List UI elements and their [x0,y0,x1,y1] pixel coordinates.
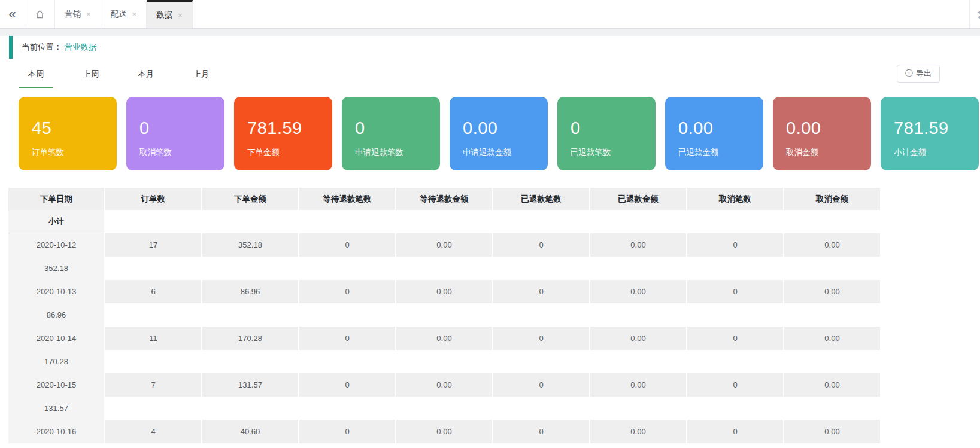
table-cell: 小计 [8,210,104,233]
table-cell [590,397,686,420]
export-button[interactable]: ⓘ 导出 [897,65,940,83]
period-tab[interactable]: 上周 [74,59,108,87]
table-cell: 11 [105,327,201,350]
table-cell: 352.18 [8,257,104,280]
table-cell [396,210,492,233]
table-cell [299,257,395,280]
table-cell: 6 [105,280,201,303]
page-background-band [0,29,980,36]
export-button-label: 导出 [916,68,932,79]
window-tab-label: 营销 [65,9,81,20]
breadcrumb-link-business-data[interactable]: 营业数据 [65,42,97,53]
home-icon [35,10,45,19]
table-cell: 170.28 [202,327,298,350]
window-tab[interactable]: 营销× [55,0,101,28]
table-cell [202,303,298,327]
window-tab[interactable]: 数据× [147,0,193,28]
table-column-header: 下单金额 [202,188,298,210]
breadcrumb-label: 当前位置： [22,42,62,53]
stat-card-label: 申请退款笔数 [355,147,440,158]
breadcrumb: 当前位置： 营业数据 [0,36,980,59]
stat-card: 0已退款笔数 [557,97,656,170]
table-cell [105,303,201,327]
stat-card: 0申请退款笔数 [342,97,440,170]
stat-card-value: 0.00 [786,118,871,138]
stat-card: 0.00已退款金额 [665,97,763,170]
period-tab[interactable]: 本周 [19,59,53,88]
table-cell: 0 [687,280,783,303]
table-cell [590,303,686,327]
table-cell: 0.00 [396,280,492,303]
table-cell: 0 [493,233,589,257]
stat-card: 0取消笔数 [126,97,224,170]
table-cell: 2020-10-13 [8,280,104,303]
window-tabs: 营销×配送×数据× [55,0,193,28]
table-column-header: 等待退款金额 [396,188,492,210]
table-cell [202,210,298,233]
breadcrumb-accent-bar [9,36,13,59]
close-icon[interactable]: × [132,10,137,19]
stat-card-label: 取消金额 [786,147,871,158]
period-tabs: 本周上周本月上月 [19,59,239,88]
period-tab[interactable]: 上月 [184,59,218,87]
table-cell: 0.00 [784,373,880,397]
close-icon[interactable]: × [178,11,183,20]
table-cell [202,257,298,280]
table-cell: 2020-10-14 [8,327,104,350]
export-circle-icon: ⓘ [905,68,913,79]
table-column-header: 订单数 [105,188,201,210]
table-cell [590,257,686,280]
table-cell [493,210,589,233]
table-column-header: 取消金额 [784,188,880,210]
stat-card-value: 0 [571,118,656,138]
table-cell: 0.00 [590,327,686,350]
table-cell [784,303,880,327]
table-cell: 0 [687,327,783,350]
table-cell: 0.00 [784,420,880,443]
table-cell: 0.00 [590,420,686,443]
table-column: 下单金额352.1886.96170.28131.5740.60 [202,188,298,443]
stat-card-value: 0.00 [678,118,763,138]
table-cell [687,210,783,233]
table-column: 已退款金额0.000.000.000.000.00 [590,188,686,443]
stat-card: 781.59下单金额 [234,97,332,170]
stat-card-label: 已退款笔数 [571,147,656,158]
top-tab-bar: « 营销×配送×数据× ◂◂ [0,0,980,29]
double-chevron-left-icon: « [8,7,16,22]
table-cell: 352.18 [202,233,298,257]
table-column: 等待退款金额0.000.000.000.000.00 [396,188,492,443]
table-column: 等待退款笔数00000 [299,188,395,443]
stat-card-label: 取消笔数 [139,147,224,158]
table-cell: 2020-10-15 [8,373,104,397]
table-cell: 0.00 [784,233,880,257]
table-cell [784,397,880,420]
close-icon[interactable]: × [86,10,91,19]
table-column-header: 已退款笔数 [493,188,589,210]
table-cell: 0 [687,373,783,397]
table-cell: 2020-10-12 [8,233,104,257]
table-cell [687,350,783,373]
business-data-table: 下单日期小计2020-10-12352.182020-10-1386.96202… [8,188,980,443]
window-tab-label: 配送 [111,9,127,20]
table-cell: 0 [493,420,589,443]
collapse-sidebar-button[interactable]: « [0,0,25,28]
table-cell: 0 [299,280,395,303]
table-cell: 0 [299,373,395,397]
table-cell [590,350,686,373]
table-cell [105,350,201,373]
table-column-header: 已退款金额 [590,188,686,210]
table-column: 已退款笔数00000 [493,188,589,443]
window-tab[interactable]: 配送× [101,0,147,28]
stat-card-row: 45订单笔数0取消笔数781.59下单金额0申请退款笔数0.00申请退款金额0已… [0,90,980,170]
table-cell [105,210,201,233]
table-cell: 17 [105,233,201,257]
table-cell: 4 [105,420,201,443]
table-cell [202,350,298,373]
table-cell [784,350,880,373]
period-tab[interactable]: 本月 [129,59,163,87]
table-cell: 0.00 [396,373,492,397]
table-cell [396,397,492,420]
table-cell: 0.00 [396,233,492,257]
table-column: 下单日期小计2020-10-12352.182020-10-1386.96202… [8,188,104,443]
tab-home[interactable] [25,0,55,28]
